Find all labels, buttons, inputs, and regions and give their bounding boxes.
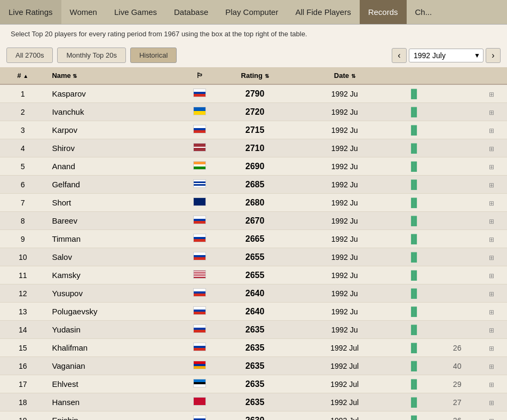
nav-item-ch...[interactable]: Ch... — [407, 0, 441, 24]
grid-icon[interactable]: ⊞ — [489, 91, 494, 98]
grid-icon[interactable]: ⊞ — [489, 327, 494, 334]
chart-cell[interactable]: ▐▌ — [390, 284, 438, 303]
chart-cell[interactable]: ▐▌ — [390, 176, 438, 194]
prev-period-button[interactable]: ‹ — [392, 48, 407, 63]
grid-icon[interactable]: ⊞ — [489, 200, 494, 207]
grid-icon[interactable]: ⊞ — [489, 181, 494, 189]
action-cell[interactable]: ⊞ — [477, 139, 507, 157]
grid-icon[interactable]: ⊞ — [489, 254, 494, 261]
chart-icon[interactable]: ▐▌ — [408, 180, 420, 189]
chart-cell[interactable]: ▐▌ — [390, 103, 438, 121]
grid-icon[interactable]: ⊞ — [489, 417, 494, 421]
tab-all-2700s[interactable]: All 2700s — [6, 47, 53, 63]
grid-icon[interactable]: ⊞ — [489, 399, 494, 407]
chart-cell[interactable]: ▐▌ — [390, 375, 438, 393]
flag-cell — [189, 321, 210, 339]
chart-cell[interactable]: ▐▌ — [390, 266, 438, 284]
nav-item-live-games[interactable]: Live Games — [106, 0, 165, 24]
chart-cell[interactable]: ▐▌ — [390, 411, 438, 421]
action-cell[interactable]: ⊞ — [477, 321, 507, 339]
col-date[interactable]: Date ⇅ — [299, 67, 390, 84]
action-cell[interactable]: ⊞ — [477, 248, 507, 266]
grid-icon[interactable]: ⊞ — [489, 218, 494, 225]
col-rank[interactable]: # ▲ — [0, 67, 45, 84]
chart-cell[interactable]: ▐▌ — [390, 303, 438, 321]
next-period-button[interactable]: › — [486, 48, 501, 63]
rating-cell: 2655 — [210, 266, 299, 284]
chart-icon[interactable]: ▐▌ — [408, 343, 420, 352]
grid-icon[interactable]: ⊞ — [489, 145, 494, 153]
grid-icon[interactable]: ⊞ — [489, 163, 494, 171]
action-cell[interactable]: ⊞ — [477, 375, 507, 393]
chart-cell[interactable]: ▐▌ — [390, 339, 438, 357]
chart-icon[interactable]: ▐▌ — [408, 89, 420, 98]
action-cell[interactable]: ⊞ — [477, 194, 507, 212]
nav-item-women[interactable]: Women — [61, 0, 106, 24]
action-cell[interactable]: ⊞ — [477, 266, 507, 284]
action-cell[interactable]: ⊞ — [477, 157, 507, 176]
chart-icon[interactable]: ▐▌ — [408, 361, 420, 370]
chart-icon[interactable]: ▐▌ — [408, 144, 420, 153]
chart-cell[interactable]: ▐▌ — [390, 212, 438, 230]
action-cell[interactable]: ⊞ — [477, 230, 507, 248]
chart-icon[interactable]: ▐▌ — [408, 107, 420, 116]
nav-item-all-fide-players[interactable]: All Fide Players — [287, 0, 359, 24]
chart-cell[interactable]: ▐▌ — [390, 84, 438, 103]
name-cell: Yusupov — [45, 284, 189, 303]
action-cell[interactable]: ⊞ — [477, 339, 507, 357]
chart-icon[interactable]: ▐▌ — [408, 307, 420, 316]
grid-icon[interactable]: ⊞ — [489, 308, 494, 316]
action-cell[interactable]: ⊞ — [477, 303, 507, 321]
action-cell[interactable]: ⊞ — [477, 121, 507, 139]
chart-icon[interactable]: ▐▌ — [408, 198, 420, 207]
chart-icon[interactable]: ▐▌ — [408, 216, 420, 225]
chart-icon[interactable]: ▐▌ — [408, 379, 420, 389]
chart-cell[interactable]: ▐▌ — [390, 139, 438, 157]
chart-cell[interactable]: ▐▌ — [390, 121, 438, 139]
grid-icon[interactable]: ⊞ — [489, 381, 494, 389]
chart-icon[interactable]: ▐▌ — [408, 162, 420, 171]
chart-cell[interactable]: ▐▌ — [390, 157, 438, 176]
col-rating[interactable]: Rating ⇅ — [210, 67, 299, 84]
chart-icon[interactable]: ▐▌ — [408, 398, 420, 407]
grid-icon[interactable]: ⊞ — [489, 236, 494, 243]
flag-cell — [189, 303, 210, 321]
action-cell[interactable]: ⊞ — [477, 212, 507, 230]
name-cell: Short — [45, 194, 189, 212]
chart-cell[interactable]: ▐▌ — [390, 230, 438, 248]
nav-item-records[interactable]: Records — [360, 0, 407, 24]
chart-icon[interactable]: ▐▌ — [408, 289, 420, 298]
grid-icon[interactable]: ⊞ — [489, 363, 494, 370]
action-cell[interactable]: ⊞ — [477, 284, 507, 303]
nav-item-live-ratings[interactable]: Live Ratings — [0, 0, 61, 24]
grid-icon[interactable]: ⊞ — [489, 127, 494, 134]
action-cell[interactable]: ⊞ — [477, 411, 507, 421]
tab-monthly-top-20s[interactable]: Monthly Top 20s — [57, 47, 125, 63]
chart-icon[interactable]: ▐▌ — [408, 325, 420, 334]
action-cell[interactable]: ⊞ — [477, 103, 507, 121]
chart-icon[interactable]: ▐▌ — [408, 416, 420, 421]
grid-icon[interactable]: ⊞ — [489, 272, 494, 280]
action-cell[interactable]: ⊞ — [477, 357, 507, 375]
chart-icon[interactable]: ▐▌ — [408, 234, 420, 243]
nav-item-database[interactable]: Database — [165, 0, 217, 24]
action-cell[interactable]: ⊞ — [477, 393, 507, 411]
chart-cell[interactable]: ▐▌ — [390, 321, 438, 339]
nav-item-play-computer[interactable]: Play Computer — [217, 0, 287, 24]
chart-cell[interactable]: ▐▌ — [390, 357, 438, 375]
action-cell[interactable]: ⊞ — [477, 176, 507, 194]
games-cell — [438, 248, 477, 266]
col-name[interactable]: Name ⇅ — [45, 67, 189, 84]
grid-icon[interactable]: ⊞ — [489, 345, 494, 352]
tab-historical[interactable]: Historical — [130, 47, 177, 63]
chart-icon[interactable]: ▐▌ — [408, 125, 420, 134]
chart-cell[interactable]: ▐▌ — [390, 393, 438, 411]
period-select[interactable]: 1999 July1999 January1998 July1998 Janua… — [409, 49, 484, 62]
grid-icon[interactable]: ⊞ — [489, 109, 494, 116]
action-cell[interactable]: ⊞ — [477, 84, 507, 103]
grid-icon[interactable]: ⊞ — [489, 290, 494, 298]
chart-icon[interactable]: ▐▌ — [408, 271, 420, 280]
chart-icon[interactable]: ▐▌ — [408, 252, 420, 261]
chart-cell[interactable]: ▐▌ — [390, 248, 438, 266]
chart-cell[interactable]: ▐▌ — [390, 194, 438, 212]
